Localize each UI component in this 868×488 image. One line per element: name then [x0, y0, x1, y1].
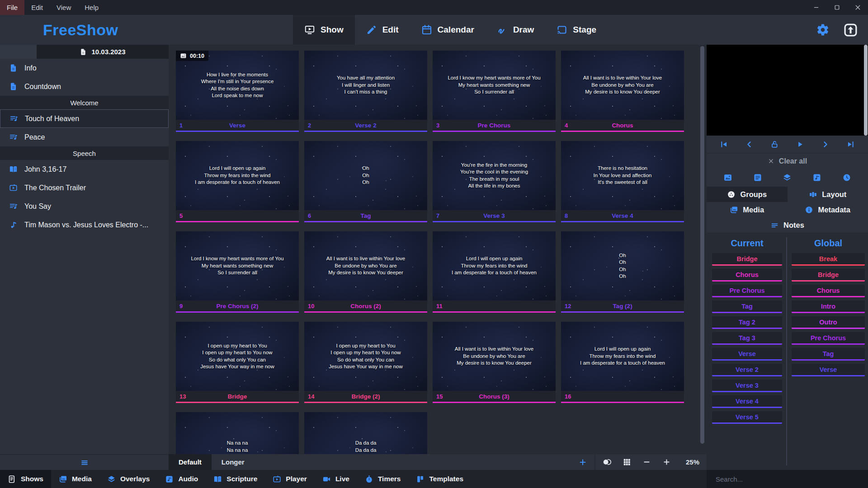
group-button-chorus[interactable]: Chorus	[792, 285, 865, 297]
play-icon[interactable]	[796, 140, 804, 149]
slide-6[interactable]: OhOhOh6Tag	[304, 141, 427, 222]
slide-7[interactable]: You're the fire in the morningYou're the…	[433, 141, 556, 222]
slide-14[interactable]: I open up my heart to YouI open up my he…	[304, 322, 427, 403]
panel-tab-groups[interactable]: Groups	[707, 187, 788, 202]
slide-8[interactable]: There is no hesitationIn Your love and a…	[561, 141, 684, 222]
close-button[interactable]	[847, 0, 868, 15]
tab-edit[interactable]: Edit	[355, 15, 410, 45]
slide-text-icon[interactable]	[753, 173, 762, 182]
image-icon[interactable]	[723, 173, 732, 182]
sidebar-item-john-3-16-17[interactable]: John 3,16-17	[0, 160, 169, 178]
group-button-tag[interactable]: Tag	[792, 348, 865, 361]
minus-icon[interactable]	[642, 458, 651, 466]
slide-9[interactable]: Lord I know my heart wants more of YouMy…	[176, 231, 299, 313]
plus-icon[interactable]	[662, 458, 671, 466]
audio-icon[interactable]	[812, 173, 821, 182]
menu-view[interactable]: View	[50, 0, 78, 15]
skip-start-icon[interactable]	[720, 140, 728, 149]
slide-2[interactable]: You have all my attentionI will linger a…	[304, 51, 427, 132]
group-button-verse-3[interactable]: Verse 3	[712, 380, 782, 392]
export-icon[interactable]	[843, 23, 858, 38]
menu-icon[interactable]	[80, 458, 89, 467]
sidebar-item-touch-of-heaven[interactable]: Touch of Heaven	[0, 109, 169, 128]
group-button-verse-5[interactable]: Verse 5	[712, 411, 782, 424]
sidebar-item-you-say[interactable]: You Say	[0, 197, 169, 216]
sidebar-item-countdown[interactable]: Countdown	[0, 77, 169, 96]
panel-tab-media[interactable]: Media	[707, 202, 788, 217]
menu-file[interactable]: File	[0, 0, 24, 15]
slide-15[interactable]: All I want is to live within Your loveBe…	[433, 322, 556, 403]
slide-13[interactable]: I open up my heart to YouI open up my he…	[176, 322, 299, 403]
sidebar-item-peace[interactable]: Peace	[0, 128, 169, 146]
grid-icon[interactable]	[623, 458, 631, 466]
tab-calendar[interactable]: Calendar	[410, 15, 486, 45]
slide-3[interactable]: Lord I know my heart wants more of YouMy…	[433, 51, 556, 132]
slide-1[interactable]: How I live for the momentsWhere I'm stil…	[176, 51, 299, 132]
scrollbar-thumb[interactable]	[700, 46, 704, 444]
minimize-button[interactable]	[806, 0, 826, 15]
group-button-tag-3[interactable]: Tag 3	[712, 332, 782, 345]
maximize-button[interactable]	[826, 0, 847, 15]
group-button-pre-chorus[interactable]: Pre Chorus	[792, 332, 865, 345]
drawer-tab-shows[interactable]: Shows	[0, 470, 51, 488]
clear-all-button[interactable]: Clear all	[707, 154, 868, 169]
group-button-break[interactable]: Break	[792, 253, 865, 266]
search-input[interactable]	[707, 475, 868, 483]
group-button-bridge[interactable]: Bridge	[792, 269, 865, 282]
slide-10[interactable]: All I want is to live within Your loveBe…	[304, 231, 427, 313]
group-button-bridge[interactable]: Bridge	[712, 253, 782, 266]
preview-scrollbar[interactable]	[864, 45, 868, 136]
group-button-verse[interactable]: Verse	[712, 348, 782, 361]
group-button-verse-4[interactable]: Verse 4	[712, 395, 782, 408]
shows-icon	[8, 475, 16, 483]
layout-tab-longer[interactable]: Longer	[212, 454, 255, 470]
group-button-verse-2[interactable]: Verse 2	[712, 364, 782, 376]
group-button-outro[interactable]: Outro	[792, 316, 865, 329]
slide-11[interactable]: Lord I will open up againThrow my fears …	[433, 231, 556, 313]
overlays-icon[interactable]	[783, 173, 792, 182]
menu-help[interactable]: Help	[78, 0, 105, 15]
panel-tab-notes[interactable]: Notes	[707, 217, 868, 233]
group-button-tag-2[interactable]: Tag 2	[712, 316, 782, 329]
drawer-tab-scripture[interactable]: Scripture	[206, 470, 265, 488]
drawer-tab-player[interactable]: Player	[265, 470, 315, 488]
slide-5[interactable]: Lord I will open up againThrow my fears …	[176, 141, 299, 222]
layout-tab-default[interactable]: Default	[169, 454, 212, 470]
project-date-tab[interactable]: 10.03.2023	[37, 45, 169, 59]
drawer-tab-templates[interactable]: Templates	[408, 470, 471, 488]
panel-tab-metadata[interactable]: Metadata	[788, 202, 868, 217]
drawer-tab-live[interactable]: Live	[315, 470, 357, 488]
slide-16[interactable]: Lord I will open up againThrow my fears …	[561, 322, 684, 403]
drawer-tab-timers[interactable]: Timers	[357, 470, 409, 488]
drawer-tab-overlays[interactable]: Overlays	[99, 470, 158, 488]
skip-end-icon[interactable]	[846, 140, 855, 149]
group-button-pre-chorus[interactable]: Pre Chorus	[712, 285, 782, 297]
menu-edit[interactable]: Edit	[24, 0, 50, 15]
drawer-tab-audio[interactable]: Audio	[157, 470, 206, 488]
slide-17[interactable]: Na na naNa na na	[176, 412, 299, 454]
group-button-tag[interactable]: Tag	[712, 300, 782, 313]
previous-icon[interactable]	[745, 140, 754, 149]
panel-tab-layout[interactable]: Layout	[788, 187, 868, 202]
lock-icon[interactable]	[770, 140, 779, 149]
tab-stage[interactable]: Stage	[545, 15, 608, 45]
clock-icon[interactable]	[842, 173, 851, 182]
slides-scrollbar[interactable]	[700, 46, 704, 453]
add-layout-button[interactable]	[578, 458, 587, 467]
sidebar-item-tim-mason-vs-jesus-loves-electro[interactable]: Tim Mason vs. Jesus Loves Electro -...	[0, 216, 169, 234]
slide-18[interactable]: Da da daDa da da	[304, 412, 427, 454]
slide-4[interactable]: All I want is to live within Your loveBe…	[561, 51, 684, 132]
contrast-icon[interactable]	[603, 458, 611, 466]
tab-show[interactable]: Show	[293, 15, 355, 45]
gear-icon[interactable]	[816, 23, 830, 37]
group-button-chorus[interactable]: Chorus	[712, 269, 782, 282]
group-button-verse[interactable]: Verse	[792, 364, 865, 376]
group-button-intro[interactable]: Intro	[792, 300, 865, 313]
sidebar-item-the-chosen-trailer[interactable]: The Chosen Trailer	[0, 178, 169, 197]
next-icon[interactable]	[821, 140, 830, 149]
drawer-tab-media[interactable]: Media	[51, 470, 99, 488]
slide-12[interactable]: OhOhOhOh12Tag (2)	[561, 231, 684, 313]
tab-draw[interactable]: Draw	[486, 15, 545, 45]
sidebar-item-info[interactable]: Info	[0, 59, 169, 77]
projects-folder-tab[interactable]	[0, 45, 37, 59]
